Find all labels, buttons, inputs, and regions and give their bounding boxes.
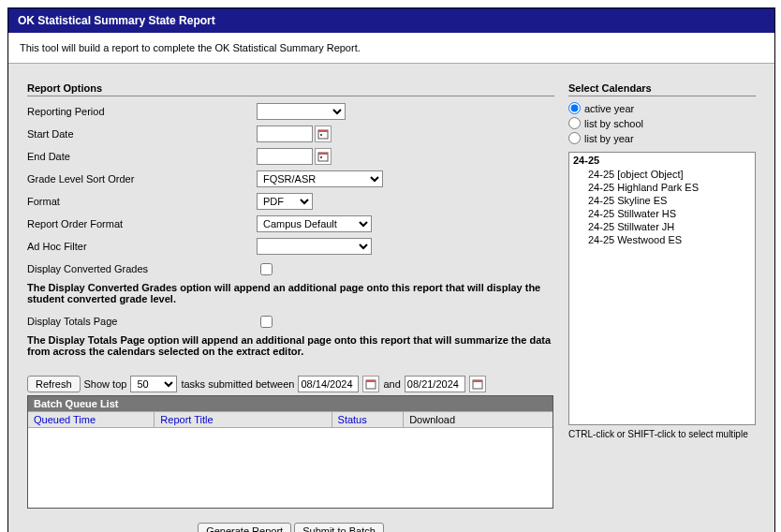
list-by-year-label: list by year	[584, 133, 634, 144]
start-date-input[interactable]	[257, 126, 313, 142]
col-download: Download	[404, 412, 553, 427]
and-label: and	[383, 378, 400, 390]
list-by-year-radio[interactable]	[568, 132, 581, 144]
ad-hoc-filter-select[interactable]	[257, 238, 372, 255]
active-year-radio[interactable]	[568, 102, 581, 114]
batch-date-from-input[interactable]	[298, 376, 359, 392]
display-totals-page-checkbox[interactable]	[260, 316, 273, 328]
list-by-school-radio[interactable]	[568, 117, 581, 129]
display-converted-grades-label: Display Converted Grades	[27, 263, 257, 274]
batch-queue-title: Batch Queue List	[28, 396, 553, 411]
show-top-label: Show top	[84, 378, 127, 390]
svg-rect-1	[318, 130, 328, 132]
calendar-list[interactable]: 24-25 24-25 [object Object] 24-25 Highla…	[568, 152, 756, 425]
calendar-item[interactable]: 24-25 Stillwater HS	[569, 207, 755, 220]
calendar-item[interactable]: 24-25 Westwood ES	[569, 233, 755, 246]
col-status[interactable]: Status	[332, 412, 405, 427]
calendar-year-group[interactable]: 24-25	[569, 153, 755, 168]
batch-queue-table: Batch Queue List Queued Time Report Titl…	[27, 395, 553, 509]
calendar-item[interactable]: 24-25 Skyline ES	[569, 194, 755, 207]
select-calendars-panel: Select Calendars active year list by sch…	[568, 82, 756, 532]
grade-level-sort-select[interactable]: FQSR/ASR	[257, 170, 383, 187]
calendar-item[interactable]: 24-25 [object Object]	[569, 168, 755, 181]
report-options-panel: Report Options Reporting Period Start Da…	[27, 82, 554, 532]
calendar-icon[interactable]	[469, 376, 486, 392]
calendar-icon[interactable]	[315, 126, 332, 142]
reporting-period-label: Reporting Period	[27, 106, 257, 117]
calendar-icon[interactable]	[315, 148, 332, 165]
end-date-input[interactable]	[257, 148, 313, 165]
svg-rect-4	[318, 153, 328, 155]
svg-rect-7	[366, 380, 376, 382]
report-order-format-label: Report Order Format	[27, 218, 257, 229]
batch-queue-section: Refresh Show top 50 tasks submitted betw…	[27, 376, 554, 509]
show-top-select[interactable]: 50	[130, 376, 177, 392]
calendar-item[interactable]: 24-25 Highland Park ES	[569, 181, 755, 194]
content-area: Report Options Reporting Period Start Da…	[8, 64, 774, 532]
batch-date-to-input[interactable]	[405, 376, 465, 392]
col-queued-time[interactable]: Queued Time	[28, 412, 155, 427]
report-order-format-select[interactable]: Campus Default	[257, 215, 372, 232]
reporting-period-select[interactable]	[257, 103, 346, 120]
start-date-label: Start Date	[27, 128, 257, 140]
report-options-title: Report Options	[27, 82, 554, 96]
display-totals-page-label: Display Totals Page	[27, 316, 257, 327]
format-label: Format	[27, 196, 257, 207]
intro-text: This tool will build a report to complet…	[8, 33, 774, 64]
batch-queue-headers: Queued Time Report Title Status Download	[28, 411, 553, 428]
calendar-item[interactable]: 24-25 Stillwater JH	[569, 220, 755, 233]
calendar-icon[interactable]	[362, 376, 379, 392]
submit-to-batch-button[interactable]: Submit to Batch	[294, 523, 384, 532]
generate-report-button[interactable]: Generate Report	[198, 523, 291, 532]
title-bar: OK Statistical Summary State Report	[8, 8, 774, 33]
ad-hoc-filter-label: Ad Hoc Filter	[27, 241, 257, 252]
svg-rect-2	[320, 134, 322, 136]
grade-level-sort-label: Grade Level Sort Order	[27, 173, 257, 185]
footer-buttons: Generate Report Submit to Batch	[27, 509, 554, 532]
tasks-between-label: tasks submitted between	[181, 378, 294, 390]
list-by-school-label: list by school	[584, 118, 643, 129]
col-report-title[interactable]: Report Title	[155, 412, 332, 427]
display-totals-page-note: The Display Totals Page option will appe…	[27, 334, 554, 357]
svg-rect-5	[320, 156, 322, 158]
batch-queue-body	[28, 428, 553, 508]
report-window: OK Statistical Summary State Report This…	[7, 7, 775, 532]
end-date-label: End Date	[27, 151, 257, 162]
format-select[interactable]: PDF	[257, 193, 313, 210]
refresh-button[interactable]: Refresh	[27, 376, 81, 392]
select-calendars-title: Select Calendars	[568, 82, 756, 96]
display-converted-grades-checkbox[interactable]	[260, 263, 273, 275]
multi-select-hint: CTRL-click or SHIFT-click to select mult…	[568, 429, 765, 439]
active-year-label: active year	[584, 103, 634, 114]
display-converted-grades-note: The Display Converted Grades option will…	[27, 282, 554, 304]
svg-rect-9	[473, 380, 482, 382]
